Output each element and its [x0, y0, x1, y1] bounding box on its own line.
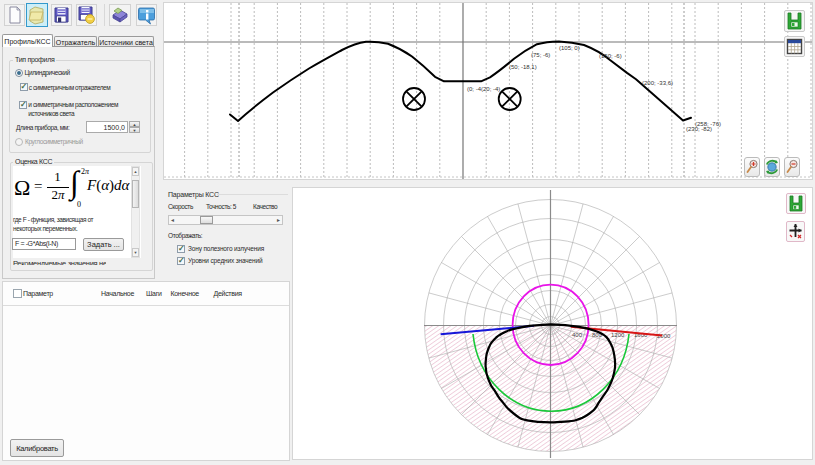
svg-text:(150; -6): (150; -6)	[599, 53, 622, 59]
svg-text:400: 400	[572, 332, 583, 338]
svg-text:(0; -4(20; -4): (0; -4(20; -4)	[467, 86, 500, 92]
svg-text:(105; 0): (105; 0)	[559, 45, 580, 51]
svg-text:(75; -6): (75; -6)	[531, 52, 550, 58]
svg-text:(200; -33,6): (200; -33,6)	[642, 80, 673, 86]
svg-text:(230; -82): (230; -82)	[686, 126, 712, 132]
svg-text:(50; -18,1): (50; -18,1)	[509, 64, 537, 70]
